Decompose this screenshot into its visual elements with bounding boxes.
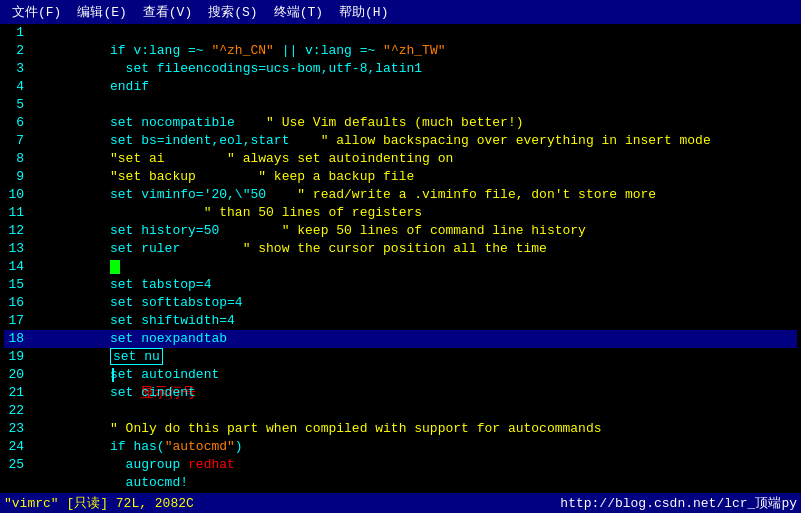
line-num-4: 4 — [4, 78, 24, 96]
app: 文件(F) 编辑(E) 查看(V) 搜索(S) 终端(T) 帮助(H) 1 if… — [0, 0, 801, 513]
line-8: 8 "set backup " keep a backup file — [4, 150, 797, 168]
line-9: 9 set viminfo='20,\"50 " read/write a .v… — [4, 168, 797, 186]
line-num-23: 23 — [4, 420, 24, 438]
menu-edit[interactable]: 编辑(E) — [69, 2, 134, 22]
line-num-7: 7 — [4, 132, 24, 150]
line-20: 20 set cindent — [4, 366, 797, 384]
line-24: 24 augroup redhat — [4, 438, 797, 456]
line-num-17: 17 — [4, 312, 24, 330]
line-num-2: 2 — [4, 42, 24, 60]
line-18: 18 set nu 显示行号 — [4, 330, 797, 348]
line-22: 22 " Only do this part when compiled wit… — [4, 402, 797, 420]
line-content-25: autocmd! — [32, 456, 797, 493]
line-16: 16 set shiftwidth=4 — [4, 294, 797, 312]
line-num-9: 9 — [4, 168, 24, 186]
line-num-21: 21 — [4, 384, 24, 402]
line-num-10: 10 — [4, 186, 24, 204]
statusbar: "vimrc" [只读] 72L, 2082C http://blog.csdn… — [0, 493, 801, 513]
line-num-18: 18 — [4, 330, 24, 348]
line-num-13: 13 — [4, 240, 24, 258]
menu-terminal[interactable]: 终端(T) — [266, 2, 331, 22]
line-num-12: 12 — [4, 222, 24, 240]
line-num-5: 5 — [4, 96, 24, 114]
menu-view[interactable]: 查看(V) — [135, 2, 200, 22]
line-1: 1 if v:lang =~ "^zh_CN" || v:lang =~ "^z… — [4, 24, 797, 42]
menu-help[interactable]: 帮助(H) — [331, 2, 396, 22]
line-17: 17 set noexpandtab — [4, 312, 797, 330]
line-10: 10 " than 50 lines of registers — [4, 186, 797, 204]
line-num-25: 25 — [4, 456, 24, 474]
line-13: 13 — [4, 240, 797, 258]
line-num-22: 22 — [4, 402, 24, 420]
menu-search[interactable]: 搜索(S) — [200, 2, 265, 22]
line-num-16: 16 — [4, 294, 24, 312]
menubar: 文件(F) 编辑(E) 查看(V) 搜索(S) 终端(T) 帮助(H) — [0, 0, 801, 24]
line-19: 19 set autoindent — [4, 348, 797, 366]
line-num-8: 8 — [4, 150, 24, 168]
line-5: 5 set nocompatible " Use Vim defaults (m… — [4, 96, 797, 114]
line-25: 25 autocmd! — [4, 456, 797, 474]
line-2: 2 set fileencodings=ucs-bom,utf-8,latin1 — [4, 42, 797, 60]
line-num-24: 24 — [4, 438, 24, 456]
line-6: 6 set bs=indent,eol,start " allow backsp… — [4, 114, 797, 132]
line-3: 3 endif — [4, 60, 797, 78]
status-left: "vimrc" [只读] 72L, 2082C — [4, 494, 194, 512]
line-num-11: 11 — [4, 204, 24, 222]
line-num-6: 6 — [4, 114, 24, 132]
line-11: 11 set history=50 " keep 50 lines of com… — [4, 204, 797, 222]
line-23: 23 if has("autocmd") — [4, 420, 797, 438]
line-num-1: 1 — [4, 24, 24, 42]
line-num-14: 14 — [4, 258, 24, 276]
line-num-15: 15 — [4, 276, 24, 294]
menu-file[interactable]: 文件(F) — [4, 2, 69, 22]
line-7: 7 "set ai " always set autoindenting on — [4, 132, 797, 150]
line-num-19: 19 — [4, 348, 24, 366]
line-15: 15 set softtabstop=4 — [4, 276, 797, 294]
line-num-20: 20 — [4, 366, 24, 384]
line-14: 14 set tabstop=4 — [4, 258, 797, 276]
line-num-3: 3 — [4, 60, 24, 78]
code-area: 1 if v:lang =~ "^zh_CN" || v:lang =~ "^z… — [0, 24, 801, 493]
editor[interactable]: 1 if v:lang =~ "^zh_CN" || v:lang =~ "^z… — [0, 24, 801, 493]
status-right: http://blog.csdn.net/lcr_顶端py — [560, 494, 797, 512]
line-12: 12 set ruler " show the cursor position … — [4, 222, 797, 240]
